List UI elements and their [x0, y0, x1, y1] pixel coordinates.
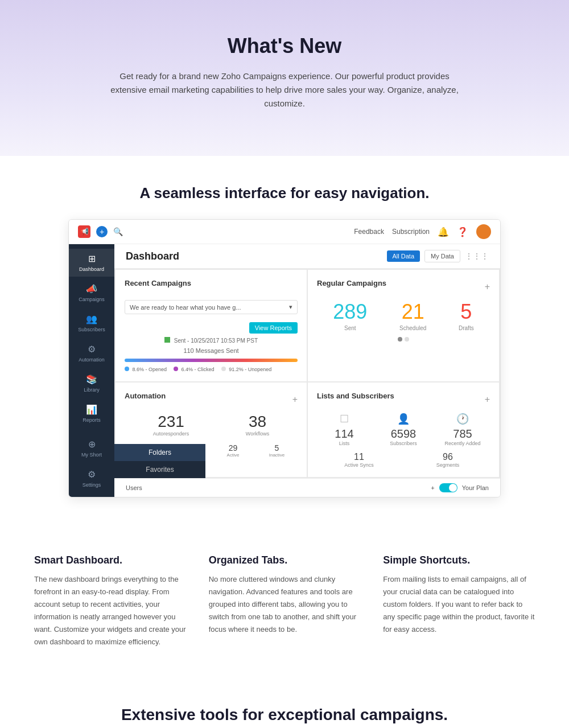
progress-bar: [125, 359, 298, 362]
topbar-right: Feedback Subscription 🔔 ❓: [354, 224, 491, 239]
recently-added-stat: 🕐 785 Recently Added: [435, 413, 490, 446]
automation-add[interactable]: +: [292, 394, 298, 405]
sent-stat-label: Sent: [333, 325, 367, 331]
opened-dot: [125, 367, 129, 371]
simple-shortcuts-title: Simple Shortcuts.: [383, 554, 535, 566]
dashboard-title: Dashboard: [126, 250, 179, 262]
automation-header: Automation +: [125, 392, 298, 407]
regular-campaigns-widget: Regular Campaigns + 289 Sent 21 Schedule…: [308, 270, 499, 381]
auto-active-number: 29: [212, 443, 254, 453]
sidebar-item-subscribers[interactable]: 👥 Subscribers: [69, 309, 114, 337]
segments-stat: 96 Segments: [406, 452, 490, 468]
campaign-meta: Sent - 10/25/2017 10:53 PM PST: [125, 337, 298, 344]
dot-2: [405, 337, 409, 342]
sidebar-submenu: Folders Favorites: [114, 444, 205, 478]
plan-add: +: [431, 484, 434, 491]
sent-date: Sent - 10/25/2017 10:53 PM PST: [174, 338, 258, 344]
sidebar-label-campaigns: Campaigns: [79, 297, 105, 302]
regular-campaigns-header: Regular Campaigns +: [317, 279, 490, 294]
campaign-select[interactable]: We are ready to hear what you have g... …: [125, 300, 298, 314]
lists-grid: ☐ 114 Lists 👤 6598 Subscribers 🕐: [317, 413, 490, 446]
feature-smart-dashboard: Smart Dashboard. The new dashboard bring…: [34, 554, 186, 649]
stat-unopened: 91.2% - Unopened: [221, 367, 272, 372]
users-label: Users: [126, 484, 142, 491]
lists-number: 114: [317, 427, 372, 441]
sidebar-item-dashboard[interactable]: ⊞ Dashboard: [69, 249, 114, 277]
sent-indicator: [164, 337, 170, 343]
grid-view-icon[interactable]: ⋮⋮⋮: [465, 252, 489, 261]
notification-icon[interactable]: 🔔: [438, 227, 449, 237]
sent-stat: 289 Sent: [333, 300, 367, 331]
regular-campaigns-add[interactable]: +: [485, 282, 490, 292]
drafts-number: 5: [459, 300, 474, 324]
recent-campaigns-title: Recent Campaigns: [125, 279, 191, 287]
sidebar-item-settings[interactable]: ⚙ Settings: [69, 464, 114, 492]
menu-item-favorites[interactable]: Favorites: [114, 461, 205, 478]
header-controls: All Data My Data ⋮⋮⋮: [387, 250, 489, 262]
sidebar-item-automation[interactable]: ⚙ Automation: [69, 339, 114, 367]
autoresponders-stat: 231 Autoresponders: [153, 413, 189, 437]
pagination-dots: [317, 337, 490, 342]
recently-added-number: 785: [435, 427, 490, 441]
sidebar-label-reports: Reports: [83, 417, 101, 423]
active-syncs-number: 11: [317, 452, 401, 462]
nav-section: A seamless interface for easy navigation…: [0, 156, 569, 520]
automation-stats: 231 Autoresponders 38 Workflows: [125, 413, 298, 437]
lists-label: Lists: [317, 441, 372, 446]
sidebar-label-subscribers: Subscribers: [78, 327, 105, 332]
lists-add[interactable]: +: [485, 394, 490, 405]
hero-subtitle: Get ready for a brand new Zoho Campaigns…: [102, 69, 467, 110]
subscription-link[interactable]: Subscription: [392, 228, 430, 236]
active-syncs-stat: 11 Active Syncs: [317, 452, 401, 468]
library-icon: 📚: [86, 374, 97, 385]
dashboard-icon: ⊞: [88, 253, 96, 264]
sidebar-item-reports[interactable]: 📊 Reports: [69, 400, 114, 427]
sidebar-label-myshort: My Short: [81, 452, 102, 458]
autoresponders-number: 231: [153, 413, 189, 431]
dot-1: [398, 337, 402, 342]
sidebar-label-library: Library: [84, 387, 100, 393]
segments-label: Segments: [406, 462, 490, 468]
feedback-link[interactable]: Feedback: [354, 228, 384, 236]
sidebar-label-automation: Automation: [79, 357, 105, 363]
subscribers-label: Subscribers: [376, 441, 431, 446]
unopened-dot: [221, 367, 226, 371]
topbar-add-button[interactable]: +: [96, 226, 108, 237]
sidebar-label-dashboard: Dashboard: [79, 266, 104, 272]
help-icon[interactable]: ❓: [457, 227, 468, 237]
main-header: Dashboard All Data My Data ⋮⋮⋮: [114, 244, 500, 269]
messages-sent: 110 Messages Sent: [125, 347, 298, 354]
campaigns-icon: 📣: [86, 283, 97, 294]
dashboard-footer: Users + Your Plan: [114, 478, 500, 497]
all-data-button[interactable]: All Data: [387, 250, 420, 262]
view-reports-button[interactable]: View Reports: [249, 322, 298, 334]
hero-section: What's New Get ready for a brand new Zoh…: [0, 0, 569, 156]
segments-number: 96: [406, 452, 490, 462]
stat-opened: 8.6% - Opened: [125, 367, 167, 372]
recently-added-icon: 🕐: [435, 413, 490, 425]
menu-item-folders[interactable]: Folders: [114, 444, 205, 461]
sidebar-item-library[interactable]: 📚 Library: [69, 369, 114, 397]
auto-active-label: Active: [212, 453, 254, 458]
organized-tabs-title: Organized Tabs.: [209, 554, 361, 566]
scheduled-stat: 21 Scheduled: [399, 300, 426, 331]
toggle-switch[interactable]: [439, 483, 457, 492]
features-section: Smart Dashboard. The new dashboard bring…: [0, 520, 569, 672]
subscribers-number: 6598: [376, 427, 431, 441]
workflows-number: 38: [246, 413, 269, 431]
sidebar-label-settings: Settings: [83, 482, 101, 488]
user-avatar[interactable]: [476, 224, 491, 239]
footer-right: + Your Plan: [431, 483, 489, 492]
workflows-stat: 38 Workflows: [246, 413, 269, 437]
auto-active-stat: 29 Active: [212, 443, 254, 458]
sidebar-item-myshort[interactable]: ⊕ My Short: [69, 434, 114, 462]
recent-campaigns-header: Recent Campaigns: [125, 279, 298, 294]
sidebar-item-campaigns[interactable]: 📣 Campaigns: [69, 279, 114, 307]
search-icon[interactable]: 🔍: [113, 227, 123, 236]
automation-title: Automation: [125, 392, 166, 400]
progress-fill: [125, 359, 298, 362]
tools-title: Extensive tools for exceptional campaign…: [34, 706, 535, 724]
feature-organized-tabs: Organized Tabs. No more cluttered window…: [209, 554, 361, 649]
my-data-button[interactable]: My Data: [424, 250, 460, 262]
auto-inactive2-stat: 5 Inactive: [256, 443, 298, 458]
